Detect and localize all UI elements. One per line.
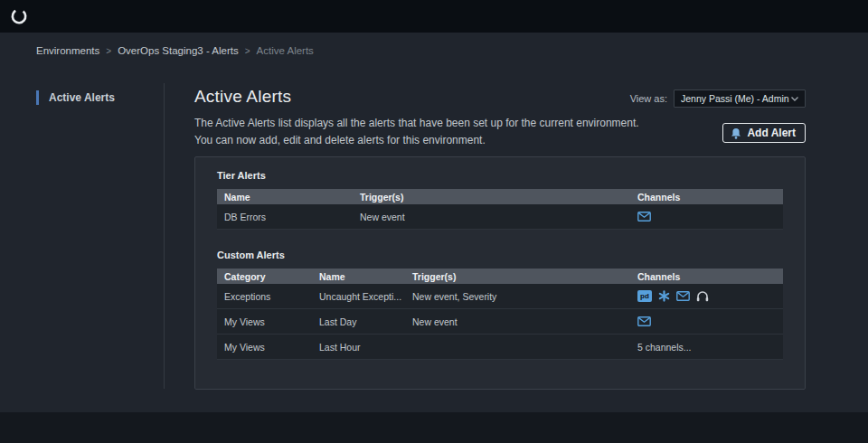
table-header-row: Name Trigger(s) Channels bbox=[217, 189, 783, 204]
cell-name: Last Day bbox=[312, 316, 405, 327]
cell-channels: pd bbox=[630, 290, 783, 302]
cell-triggers: New event bbox=[405, 316, 630, 327]
cell-category: My Views bbox=[217, 316, 312, 327]
custom-alerts-section: Custom Alerts Category Name Trigger(s) C… bbox=[217, 250, 783, 360]
topbar bbox=[0, 0, 868, 33]
custom-alerts-title: Custom Alerts bbox=[217, 250, 783, 260]
breadcrumb-separator: > bbox=[245, 46, 250, 56]
add-alert-label: Add Alert bbox=[747, 127, 796, 139]
breadcrumb-item-environment-alerts[interactable]: OverOps Staging3 - Alerts bbox=[118, 45, 239, 56]
breadcrumb: Environments > OverOps Staging3 - Alerts… bbox=[36, 45, 314, 56]
cell-triggers: New event bbox=[353, 212, 630, 222]
header-cell-category: Category bbox=[217, 271, 312, 282]
email-icon[interactable] bbox=[637, 316, 651, 326]
chevron-down-icon bbox=[790, 96, 799, 102]
table-header-row: Category Name Trigger(s) Channels bbox=[217, 269, 783, 284]
active-indicator-bar bbox=[36, 90, 39, 105]
custom-alerts-table: Category Name Trigger(s) Channels Except… bbox=[217, 269, 783, 360]
add-alert-button[interactable]: Add Alert bbox=[722, 123, 806, 143]
cell-name: Last Hour bbox=[312, 342, 405, 353]
page-description-line2: You can now add, edit and delete alerts … bbox=[194, 134, 486, 146]
view-as-value: Jenny Passi (Me) - Admin bbox=[681, 93, 789, 104]
channels-count-text[interactable]: 5 channels... bbox=[630, 342, 783, 353]
page-description: The Active Alerts list displays all the … bbox=[194, 115, 806, 148]
alerts-card: Tier Alerts Name Trigger(s) Channels DB … bbox=[194, 156, 806, 390]
cell-name: DB Errors bbox=[217, 212, 353, 222]
header-cell-channels: Channels bbox=[630, 271, 783, 282]
tier-alerts-table: Name Trigger(s) Channels DB Errors New e… bbox=[217, 189, 783, 230]
breadcrumb-item-environments[interactable]: Environments bbox=[36, 45, 99, 56]
email-icon[interactable] bbox=[676, 291, 690, 301]
table-row[interactable]: My Views Last Day New event bbox=[217, 309, 783, 335]
tier-alerts-section: Tier Alerts Name Trigger(s) Channels DB … bbox=[217, 170, 783, 230]
sidebar-item-label: Active Alerts bbox=[49, 91, 115, 104]
view-as-label: View as: bbox=[630, 93, 667, 104]
main-content: Active Alerts The Active Alerts list dis… bbox=[194, 87, 806, 148]
page-description-line1: The Active Alerts list displays all the … bbox=[194, 117, 639, 129]
cell-category: My Views bbox=[217, 342, 312, 353]
slack-icon[interactable] bbox=[658, 290, 670, 302]
cell-category: Exceptions bbox=[217, 291, 312, 302]
pagerduty-icon[interactable]: pd bbox=[637, 290, 652, 302]
email-icon[interactable] bbox=[637, 212, 651, 222]
breadcrumb-item-active-alerts: Active Alerts bbox=[257, 45, 314, 56]
tier-alerts-title: Tier Alerts bbox=[217, 170, 783, 181]
view-as-dropdown[interactable]: Jenny Passi (Me) - Admin bbox=[674, 90, 806, 108]
cell-triggers: New event, Severity bbox=[405, 291, 630, 302]
header-cell-name: Name bbox=[217, 192, 353, 203]
cell-channels bbox=[630, 316, 783, 326]
breadcrumb-separator: > bbox=[106, 46, 111, 56]
sidebar-item-active-alerts[interactable]: Active Alerts bbox=[36, 90, 115, 105]
header-cell-channels: Channels bbox=[630, 192, 783, 203]
header-cell-triggers: Trigger(s) bbox=[353, 192, 630, 203]
table-row[interactable]: Exceptions Uncaught Excepti... New event… bbox=[217, 284, 783, 309]
table-row[interactable]: My Views Last Hour 5 channels... bbox=[217, 335, 783, 360]
bell-icon bbox=[731, 127, 741, 139]
header-cell-name: Name bbox=[312, 271, 405, 282]
view-as-control: View as: Jenny Passi (Me) - Admin bbox=[630, 90, 806, 108]
cell-channels bbox=[630, 212, 783, 222]
header-cell-triggers: Trigger(s) bbox=[405, 271, 630, 282]
table-row[interactable]: DB Errors New event bbox=[217, 204, 783, 230]
content-divider bbox=[164, 83, 165, 389]
overops-logo-icon[interactable] bbox=[9, 6, 29, 26]
headphones-icon[interactable] bbox=[696, 290, 709, 302]
cell-name: Uncaught Excepti... bbox=[312, 291, 405, 302]
